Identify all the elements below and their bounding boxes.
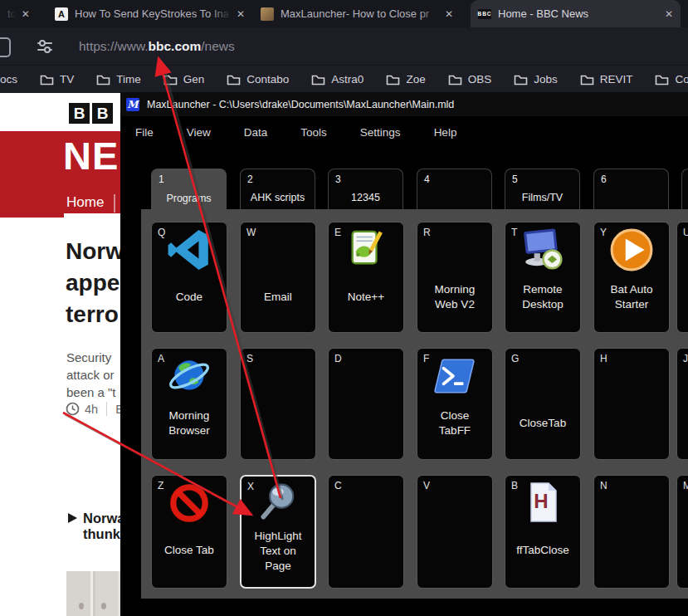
tune-shields-icon[interactable] bbox=[36, 37, 54, 56]
article-thumbnail[interactable] bbox=[66, 571, 121, 616]
bbc-logo-block: B bbox=[69, 103, 90, 124]
tab-title: to bbox=[7, 7, 17, 20]
launcher-cell-z-close-tab[interactable]: Z Close Tab bbox=[151, 475, 227, 589]
launcher-grid-panel: Q Code W Email E No bbox=[141, 209, 688, 599]
menu-tools[interactable]: Tools bbox=[300, 126, 327, 139]
launcher-tab-7-partial[interactable]: 7 bbox=[681, 169, 688, 209]
close-tab-icon[interactable]: ✕ bbox=[22, 8, 30, 20]
folder-icon bbox=[227, 73, 241, 86]
bookmark-astra0[interactable]: Astra0 bbox=[311, 73, 364, 86]
bookmark-time[interactable]: Time bbox=[96, 73, 141, 86]
url-domain: bbc.com bbox=[149, 39, 202, 53]
bookmark-jobs[interactable]: Jobs bbox=[514, 73, 558, 86]
launcher-cell-d-empty[interactable]: D bbox=[328, 348, 404, 460]
bookmark-contabo[interactable]: Contabo bbox=[227, 73, 289, 86]
url-path: /news bbox=[201, 39, 235, 53]
notepadpp-icon bbox=[345, 227, 387, 269]
shirt-button bbox=[79, 603, 84, 609]
menu-file[interactable]: File bbox=[135, 126, 154, 139]
launcher-cell-y-bat-auto-starter[interactable]: Y Bat Auto Starter bbox=[593, 222, 670, 333]
browser-tab-bbc-active[interactable]: BBC Home - BBC News ✕ bbox=[471, 0, 681, 27]
menu-data[interactable]: Data bbox=[244, 126, 268, 139]
launcher-cell-b-fftabclose[interactable]: B H ffTabClose bbox=[505, 475, 581, 589]
launcher-tab-ahk-scripts[interactable]: 2AHK scripts bbox=[240, 169, 315, 209]
bbc-logo-block: B bbox=[92, 103, 113, 124]
launcher-cell-h-empty[interactable]: H bbox=[593, 348, 670, 460]
bookmark-tv[interactable]: TV bbox=[40, 73, 74, 86]
maxlauncher-title-bar: M MaxLauncher - C:\Users\drake\Documents… bbox=[120, 92, 688, 116]
tab-title: MaxLauncher- How to Close pr bbox=[281, 7, 440, 20]
folder-icon bbox=[163, 73, 178, 86]
launcher-cell-g-closetab[interactable]: G CloseTab bbox=[505, 348, 581, 460]
launcher-cell-w-email[interactable]: W Email bbox=[240, 222, 316, 333]
launcher-cell-q-code[interactable]: Q Code bbox=[151, 222, 227, 333]
screen: to ✕ A How To Send KeyStrokes To Ina ✕ M… bbox=[0, 0, 688, 616]
launcher-cell-j-partial[interactable]: J bbox=[676, 348, 688, 460]
bookmark-coding[interactable]: Coding bbox=[655, 73, 688, 86]
folder-icon bbox=[40, 73, 54, 86]
partial-extension-icon[interactable] bbox=[0, 37, 11, 57]
bookmark-revit[interactable]: REVIT bbox=[580, 73, 633, 86]
url-prefix: https://www. bbox=[79, 39, 149, 53]
browser-tab-keystrokes[interactable]: A How To Send KeyStrokes To Ina ✕ bbox=[47, 0, 252, 27]
vscode-icon bbox=[167, 227, 212, 272]
bbc-news-banner: NE Home bbox=[0, 131, 121, 218]
article-headline[interactable]: Norw appe terro bbox=[66, 236, 121, 330]
launcher-cell-s-empty[interactable]: S bbox=[240, 348, 316, 460]
browser-tab-bar: to ✕ A How To Send KeyStrokes To Ina ✕ M… bbox=[0, 0, 688, 27]
folder-icon bbox=[514, 73, 528, 86]
tab-title: How To Send KeyStrokes To Ina bbox=[75, 7, 232, 20]
launcher-cell-t-remote-desktop[interactable]: T Remote Desktop bbox=[505, 222, 581, 333]
menu-settings[interactable]: Settings bbox=[360, 126, 401, 139]
bbc-favicon: BBC bbox=[478, 9, 491, 19]
video-headline[interactable]: Norwa thunk bbox=[68, 511, 121, 542]
launcher-cell-e-notepadpp[interactable]: E Note++ bbox=[328, 222, 404, 333]
launcher-cell-a-morning-browser[interactable]: A Morning Browser bbox=[151, 348, 227, 460]
meta-divider bbox=[106, 402, 107, 416]
launcher-cell-x-highlight-text[interactable]: X HighLight Text on Page bbox=[240, 475, 316, 589]
browser-tab-partial[interactable]: to ✕ bbox=[0, 0, 46, 27]
bookmark-obs[interactable]: OBS bbox=[448, 73, 492, 86]
launcher-cell-u-partial[interactable]: U bbox=[676, 222, 688, 333]
launcher-cell-r-morning-web[interactable]: R Morning Web V2 bbox=[417, 222, 493, 333]
url-text[interactable]: https://www.bbc.com/news bbox=[79, 27, 235, 65]
address-bar[interactable]: https://www.bbc.com/news bbox=[0, 27, 688, 65]
folder-icon bbox=[96, 73, 110, 86]
article-meta: 4h E bbox=[66, 402, 121, 416]
maxlauncher-menu-bar: File View Data Tools Settings Help bbox=[120, 116, 688, 148]
bookmarks-bar: ocs TV Time Gen Contabo Astra0 Zoe OBS J… bbox=[0, 65, 688, 93]
bookmark-docs-partial[interactable]: ocs bbox=[0, 73, 17, 86]
close-tab-icon[interactable]: ✕ bbox=[665, 8, 673, 20]
launcher-cell-c-empty[interactable]: C bbox=[328, 475, 404, 589]
nav-home-link[interactable]: Home bbox=[66, 194, 104, 211]
launcher-tab-films-tv[interactable]: 5Films/TV bbox=[505, 169, 580, 209]
bookmark-zoe[interactable]: Zoe bbox=[386, 73, 425, 86]
launcher-cell-v-empty[interactable]: V bbox=[417, 475, 493, 589]
menu-help[interactable]: Help bbox=[434, 126, 457, 139]
folder-icon bbox=[655, 73, 669, 86]
launcher-tab-12345[interactable]: 312345 bbox=[328, 169, 403, 209]
launcher-tab-programs[interactable]: 1Programs bbox=[151, 169, 227, 210]
maxlauncher-window-title: MaxLauncher - C:\Users\drake\Documents\M… bbox=[147, 99, 454, 110]
clock-icon bbox=[66, 402, 80, 416]
close-tab-icon[interactable]: ✕ bbox=[237, 8, 245, 20]
bookmark-gen[interactable]: Gen bbox=[163, 73, 205, 86]
magnifier-icon bbox=[256, 482, 300, 526]
launcher-cell-f-close-tabff[interactable]: F Close TabFF bbox=[417, 348, 493, 460]
browser-tab-maxlauncher[interactable]: MaxLauncher- How to Close pr ✕ bbox=[253, 0, 461, 27]
no-entry-icon bbox=[167, 481, 212, 526]
remote-desktop-icon bbox=[520, 227, 565, 272]
article-age: 4h bbox=[85, 403, 98, 416]
home-active-underline bbox=[64, 213, 121, 218]
folder-icon bbox=[448, 73, 462, 86]
launcher-tab-4[interactable]: 4 bbox=[417, 169, 492, 209]
ahk-favicon: A bbox=[55, 7, 68, 21]
shirt-button bbox=[101, 603, 106, 609]
menu-view[interactable]: View bbox=[187, 126, 211, 139]
launcher-tab-6[interactable]: 6 bbox=[593, 169, 669, 209]
launcher-cell-m-partial[interactable]: M bbox=[676, 475, 688, 589]
close-tab-icon[interactable]: ✕ bbox=[445, 8, 453, 20]
play-triangle-icon bbox=[68, 513, 77, 523]
article-summary: Security attack or been a "t bbox=[66, 349, 116, 401]
launcher-cell-n-empty[interactable]: N bbox=[593, 475, 670, 589]
